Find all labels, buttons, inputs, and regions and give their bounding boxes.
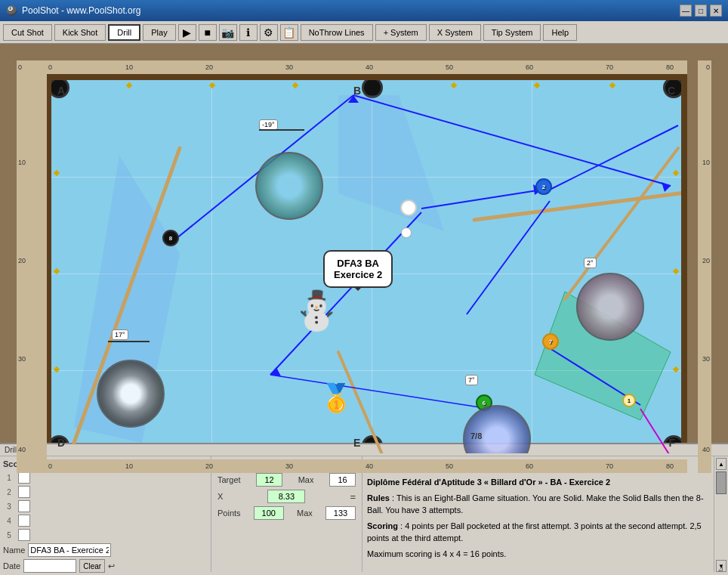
- info-panel: Run Out and Cue Ball Control Position Di…: [362, 456, 714, 572]
- cue-ball[interactable]: [400, 199, 417, 216]
- tip-system-button[interactable]: Tip System: [483, 24, 541, 41]
- info-max: Maximum scoring is 4 x 4 = 16 points.: [367, 548, 709, 561]
- points-max-label: Max: [297, 509, 313, 518]
- scroll-up-button[interactable]: ▲: [716, 458, 726, 470]
- score-num-3: 3: [3, 502, 15, 511]
- date-row: Date Clear ↩: [3, 559, 208, 573]
- target-max-label: Max: [298, 475, 314, 484]
- app-icon: 🎱: [6, 5, 17, 16]
- name-label: Name: [3, 546, 25, 555]
- info-icon-button[interactable]: ℹ: [239, 24, 258, 41]
- svg-marker-16: [270, 367, 281, 376]
- diamond-top-5: [451, 82, 457, 88]
- diamond-left-3: [54, 366, 60, 373]
- diamond-right-3: [673, 366, 679, 373]
- stop-icon-button[interactable]: ■: [199, 24, 217, 41]
- grid-h-1: [51, 177, 681, 178]
- title-bar: 🎱 PoolShot - www.PoolShot.org — □ ✕: [0, 0, 728, 21]
- score-checkbox-1[interactable]: [18, 471, 30, 484]
- maximize-button[interactable]: □: [695, 5, 707, 17]
- score-checkbox-2[interactable]: [18, 486, 30, 498]
- clear-icon[interactable]: ↩: [108, 561, 115, 571]
- diamond-top-3: [292, 82, 298, 88]
- svg-line-11: [421, 190, 542, 209]
- points-label: Points: [217, 509, 241, 518]
- grid-v-3: [532, 80, 532, 453]
- score-checkbox-5[interactable]: [18, 529, 30, 541]
- corner-b: B: [353, 85, 361, 97]
- ball-label-78: 7/8: [470, 431, 482, 441]
- skill-x-input[interactable]: [267, 490, 305, 503]
- ball-2[interactable]: 2: [535, 178, 552, 195]
- speech-bubble: DFA3 BA Exercice 2: [323, 250, 393, 288]
- skill-target-row: Target Max: [214, 473, 359, 487]
- skill-panel: Skill Test Score-Sheet Target Max X = Po…: [211, 456, 362, 572]
- name-input[interactable]: [28, 543, 111, 557]
- scrollbar[interactable]: ▲ ▼: [714, 456, 728, 572]
- clipboard-icon-button[interactable]: 📋: [280, 24, 298, 41]
- drills-label: Drills: [0, 444, 728, 456]
- ball-1[interactable]: 1: [622, 394, 636, 407]
- drill-button[interactable]: Drill: [108, 24, 140, 41]
- settings-icon-button[interactable]: ⚙: [260, 24, 278, 41]
- svg-line-14: [467, 201, 550, 314]
- diamond-top-6: [534, 82, 540, 88]
- close-button[interactable]: ✕: [710, 5, 722, 17]
- svg-line-4: [474, 190, 687, 220]
- info-rules: Rules : This is an Eight-Ball Game situa…: [367, 492, 709, 517]
- resize-handle[interactable]: ⊿: [717, 564, 726, 573]
- play-button[interactable]: Play: [143, 24, 175, 41]
- name-row: Name: [3, 543, 208, 557]
- score-checkbox-4[interactable]: [18, 515, 30, 527]
- play-icon-button[interactable]: ▶: [178, 24, 196, 41]
- diamond-top-1: [126, 82, 132, 88]
- diamond-top-2: [209, 82, 215, 88]
- skill-eq: =: [350, 491, 356, 502]
- svg-line-9: [353, 95, 671, 186]
- score-num-5: 5: [3, 531, 15, 539]
- toolbar: Cut Shot Kick Shot Drill Play ▶ ■ 📷 ℹ ⚙ …: [0, 21, 728, 44]
- target-input[interactable]: [256, 473, 282, 487]
- skill-points-row: Points Max: [214, 506, 359, 520]
- score-row-1: 1: [3, 471, 208, 484]
- diamond-left-1: [54, 170, 60, 176]
- score-row-3: 3: [3, 500, 208, 512]
- skill-x-label: X: [217, 492, 223, 501]
- x-system-button[interactable]: X System: [429, 24, 481, 41]
- score-checkbox-3[interactable]: [18, 500, 30, 512]
- score-row-5: 5: [3, 529, 208, 541]
- cut-shot-button[interactable]: Cut Shot: [3, 24, 52, 41]
- corner-e: E: [353, 437, 360, 449]
- points-input[interactable]: [254, 506, 284, 520]
- pool-table-felt[interactable]: -19° 2° 17° 7° 7/8 A B C: [45, 74, 687, 459]
- ruler-bottom: 0 10 20 30 40 50 60 70 80: [47, 459, 687, 473]
- pocket-b: [362, 77, 383, 98]
- angle-neg19: -19°: [259, 119, 278, 130]
- points-max-input[interactable]: [325, 506, 356, 520]
- scroll-thumb[interactable]: [716, 471, 726, 494]
- svg-line-20: [270, 375, 489, 409]
- info-scoring: Scoring : 4 points per Ball pocketed at …: [367, 520, 709, 545]
- ruler-top: 0 10 20 30 40 50 60 70 80: [47, 60, 687, 74]
- angle-line-2: [108, 341, 150, 342]
- help-button[interactable]: Help: [543, 24, 577, 41]
- minimize-button[interactable]: —: [680, 5, 692, 17]
- corner-c: C: [668, 85, 675, 97]
- ball-8[interactable]: 8: [162, 230, 179, 246]
- kick-shot-button[interactable]: Kick Shot: [54, 24, 106, 41]
- camera-icon-button[interactable]: 📷: [219, 24, 237, 41]
- medal: 🥇: [319, 382, 353, 414]
- cue-ball-indicator: [401, 227, 412, 238]
- date-input[interactable]: [23, 559, 76, 573]
- score-row-4: 4: [3, 515, 208, 527]
- info-subtitle: Diplôme Fédéral d'Aptitude 3 « Billard d…: [367, 476, 709, 489]
- target-label: Target: [217, 475, 241, 484]
- ball-7[interactable]: 7: [542, 333, 559, 350]
- target-max-input[interactable]: [329, 473, 356, 487]
- plus-system-button[interactable]: + System: [375, 24, 427, 41]
- clear-button[interactable]: Clear: [79, 559, 105, 573]
- circ-diag-left: [97, 360, 165, 428]
- nothrow-button[interactable]: NoThrow Lines: [301, 24, 373, 41]
- app-title: PoolShot - www.PoolShot.org: [22, 5, 140, 16]
- skill-x-row: X =: [214, 490, 359, 503]
